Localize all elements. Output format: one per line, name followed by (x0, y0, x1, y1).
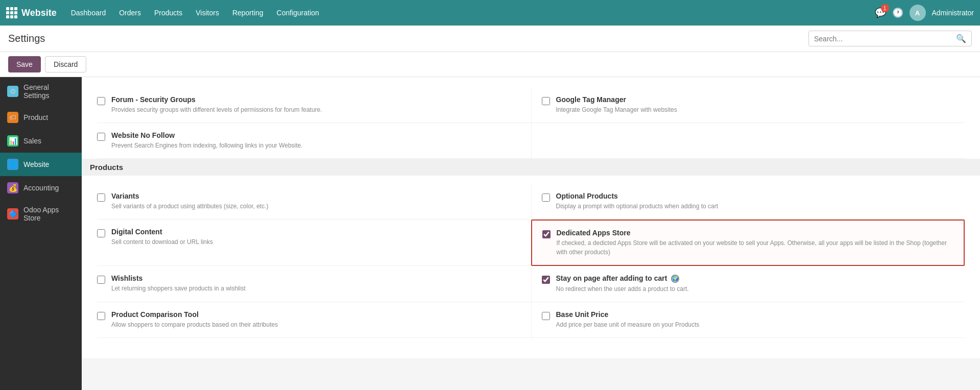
setting-product-comparison: Product Comparison Tool Allow shoppers t… (97, 302, 531, 338)
products-section: Products Variants Sell variants of a pro… (97, 159, 965, 338)
page-title: Settings (8, 33, 45, 44)
forum-security-desc: Provides security groups with different … (111, 105, 322, 114)
setting-empty (531, 123, 965, 159)
base-unit-price-text: Base Unit Price Add price per base unit … (556, 310, 700, 329)
nav-visitors[interactable]: Visitors (189, 6, 225, 20)
google-tag-checkbox[interactable] (542, 97, 550, 105)
wishlists-desc: Let returning shoppers save products in … (111, 284, 246, 293)
setting-wishlists: Wishlists Let returning shoppers save pr… (97, 266, 531, 302)
sub-header: Settings 🔍 (0, 26, 980, 52)
dedicated-apps-title: Dedicated Apps Store (557, 229, 954, 237)
nav-menu: Dashboard Orders Products Visitors Repor… (65, 6, 873, 20)
stay-on-page-checkbox[interactable] (542, 276, 550, 284)
digital-content-title: Digital Content (111, 228, 213, 236)
base-unit-price-desc: Add price per base unit of measure on yo… (556, 320, 700, 329)
sidebar-label-product: Product (23, 113, 48, 121)
nav-products[interactable]: Products (148, 6, 188, 20)
no-follow-checkbox[interactable] (97, 133, 105, 141)
sidebar-label-website: Website (23, 160, 49, 168)
forum-security-checkbox[interactable] (97, 97, 105, 105)
sidebar-label-odoo: Odoo Apps Store (23, 206, 75, 222)
products-section-header: Products (82, 159, 980, 176)
setting-stay-on-page: Stay on page after adding to cart 🌍 No r… (531, 266, 965, 302)
optional-products-checkbox[interactable] (542, 193, 550, 202)
no-follow-desc: Prevent Search Engines from indexing, fo… (111, 141, 303, 150)
product-icon: 🏷 (7, 112, 18, 123)
avatar[interactable]: A (910, 5, 926, 21)
odoo-icon: 🔷 (7, 208, 18, 220)
search-icon: 🔍 (956, 34, 966, 43)
nav-dashboard[interactable]: Dashboard (65, 6, 112, 20)
sidebar-item-website[interactable]: 🌐 Website (0, 153, 82, 176)
product-comparison-title: Product Comparison Tool (111, 310, 278, 319)
sidebar-item-odoo-apps[interactable]: 🔷 Odoo Apps Store (0, 200, 82, 228)
dedicated-apps-checkbox[interactable] (542, 230, 551, 238)
topnav-right: 💬 1 🕐 A Administrator (875, 5, 974, 21)
google-tag-desc: Integrate Google Tag Manager with websit… (556, 105, 677, 114)
discard-button[interactable]: Discard (45, 56, 86, 72)
setting-optional-products: Optional Products Display a prompt with … (531, 184, 965, 220)
setting-no-follow: Website No Follow Prevent Search Engines… (97, 123, 531, 159)
main-layout: ⚙ General Settings 🏷 Product 📊 Sales 🌐 W… (0, 77, 980, 390)
google-tag-text: Google Tag Manager Integrate Google Tag … (556, 95, 677, 114)
admin-name: Administrator (932, 9, 974, 17)
sidebar-label-general: General Settings (23, 83, 75, 100)
optional-products-text: Optional Products Display a prompt with … (556, 192, 719, 211)
product-comparison-desc: Allow shoppers to compare products based… (111, 320, 278, 329)
sidebar-item-accounting[interactable]: 💰 Accounting (0, 176, 82, 200)
grid-icon (6, 7, 17, 18)
search-box[interactable]: 🔍 (808, 31, 972, 46)
search-input[interactable] (814, 35, 953, 43)
stay-on-page-text: Stay on page after adding to cart 🌍 No r… (556, 274, 689, 294)
product-comparison-text: Product Comparison Tool Allow shoppers t… (111, 310, 278, 329)
action-bar: Save Discard (0, 52, 980, 77)
setting-variants: Variants Sell variants of a product usin… (97, 184, 531, 220)
optional-products-desc: Display a prompt with optional products … (556, 202, 719, 211)
nav-reporting[interactable]: Reporting (226, 6, 270, 20)
products-settings-grid: Variants Sell variants of a product usin… (97, 184, 965, 338)
setting-forum-security: Forum - Security Groups Provides securit… (97, 87, 531, 123)
setting-google-tag: Google Tag Manager Integrate Google Tag … (531, 87, 965, 123)
dedicated-apps-desc: If checked, a dedicted Apps Store will b… (557, 238, 954, 257)
forum-security-text: Forum - Security Groups Provides securit… (111, 95, 322, 114)
setting-dedicated-apps: Dedicated Apps Store If checked, a dedic… (531, 220, 965, 266)
base-unit-price-checkbox[interactable] (542, 312, 550, 320)
chat-badge: 1 (881, 4, 889, 12)
sidebar-label-sales: Sales (23, 137, 41, 145)
chat-icon[interactable]: 💬 1 (875, 7, 886, 18)
setting-digital-content: Digital Content Sell content to download… (97, 220, 531, 266)
globe-icon: 🌍 (671, 275, 679, 283)
accounting-icon: 💰 (7, 182, 18, 193)
stay-on-page-desc: No redirect when the user adds a product… (556, 284, 689, 294)
base-unit-price-title: Base Unit Price (556, 310, 700, 319)
variants-desc: Sell variants of a product using attribu… (111, 202, 268, 211)
save-button[interactable]: Save (8, 56, 41, 72)
wishlists-checkbox[interactable] (97, 276, 105, 284)
variants-title: Variants (111, 192, 268, 200)
app-logo[interactable]: Website (6, 7, 57, 18)
optional-products-title: Optional Products (556, 192, 719, 200)
digital-content-checkbox[interactable] (97, 229, 105, 237)
sidebar-item-sales[interactable]: 📊 Sales (0, 129, 82, 153)
product-comparison-checkbox[interactable] (97, 312, 105, 320)
general-settings-icon: ⚙ (7, 86, 18, 97)
variants-checkbox[interactable] (97, 193, 105, 202)
variants-text: Variants Sell variants of a product usin… (111, 192, 268, 211)
nav-configuration[interactable]: Configuration (271, 6, 325, 20)
stay-on-page-title: Stay on page after adding to cart 🌍 (556, 274, 689, 283)
digital-content-desc: Sell content to download or URL links (111, 237, 213, 247)
sales-icon: 📊 (7, 135, 18, 147)
google-tag-title: Google Tag Manager (556, 95, 677, 104)
sidebar-item-general-settings[interactable]: ⚙ General Settings (0, 77, 82, 106)
wishlists-text: Wishlists Let returning shoppers save pr… (111, 274, 246, 293)
digital-content-text: Digital Content Sell content to download… (111, 228, 213, 247)
sidebar-item-product[interactable]: 🏷 Product (0, 106, 82, 129)
dedicated-apps-text: Dedicated Apps Store If checked, a dedic… (557, 229, 954, 257)
clock-icon[interactable]: 🕐 (892, 7, 903, 18)
top-navigation: Website Dashboard Orders Products Visito… (0, 0, 980, 26)
wishlists-title: Wishlists (111, 274, 246, 282)
sidebar-label-accounting: Accounting (23, 184, 59, 192)
no-follow-title: Website No Follow (111, 131, 303, 139)
nav-orders[interactable]: Orders (113, 6, 147, 20)
forum-security-title: Forum - Security Groups (111, 95, 322, 104)
